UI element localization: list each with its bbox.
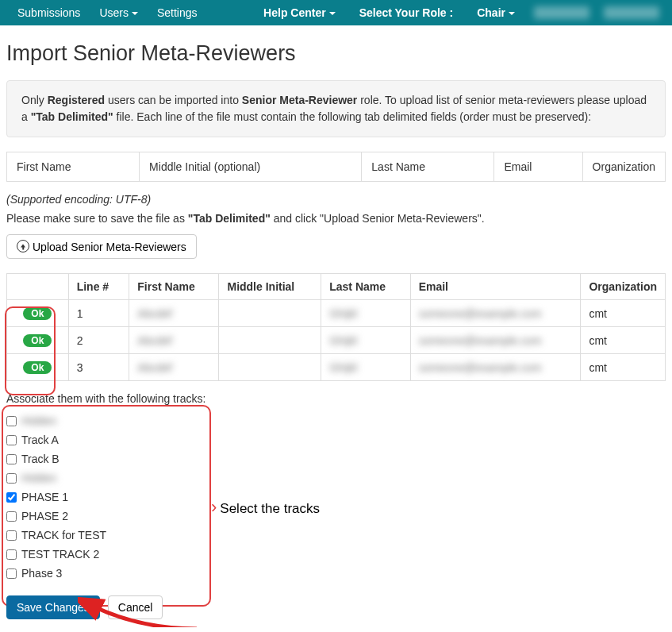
track-label: PHASE 2 [21,510,68,522]
email-cell: someone@example.com [410,354,581,381]
save-button[interactable]: Save Changes [6,595,100,619]
track-checkbox[interactable] [6,568,17,579]
info-panel: Only Registered users can be imported in… [6,80,666,137]
upload-button[interactable]: Upload Senior Meta-Reviewers [6,234,197,259]
track-checkbox[interactable] [6,473,17,484]
mi-cell [219,300,321,327]
nav-submissions[interactable]: Submissions [8,2,90,24]
first-cell: Abcdef [129,300,219,327]
chevron-down-icon [132,12,138,15]
field-email: Email [494,152,582,182]
track-label: Hidden [21,414,56,427]
instr-bold: "Tab Delimited" [188,212,271,225]
nav-users-label: Users [99,6,129,19]
annotation-label: Select the tracks [220,501,320,516]
track-label: Track B [21,453,60,465]
line-cell: 3 [68,354,129,381]
preview-table: Line # First Name Middle Initial Last Na… [6,273,666,381]
col-status [7,274,69,300]
first-cell: Abcdef [129,354,219,381]
mi-cell [219,354,321,381]
nav-settings[interactable]: Settings [148,2,207,24]
track-checkbox[interactable] [6,435,17,445]
info-bold: "Tab Delimited" [31,110,113,123]
upload-button-label: Upload Senior Meta-Reviewers [33,241,186,253]
nav-role-value: Chair [477,6,505,19]
info-text: file. Each line of the file must contain… [113,110,591,123]
field-org: Organization [582,152,665,182]
status-cell: Ok [7,327,69,354]
page-title: Import Senior Meta-Reviewers [6,41,666,66]
org-cell: cmt [581,354,666,381]
track-item[interactable]: TRACK for TEST [6,529,403,541]
field-middle: Middle Initial (optional) [140,152,362,182]
last-cell: Ghijkl [321,327,410,354]
encoding-note: (Supported encoding: UTF-8) [6,193,666,206]
col-first: First Name [129,274,219,300]
chevron-down-icon [509,12,515,15]
track-item[interactable]: Hidden [6,414,403,427]
tracks-section: HiddenTrack ATrack BHiddenPHASE 1PHASE 2… [6,410,403,584]
nav-help-center[interactable]: Help Center [254,2,345,24]
fields-table: First Name Middle Initial (optional) Las… [6,152,666,182]
nav-users[interactable]: Users [90,2,148,24]
line-cell: 2 [68,327,129,354]
nav-user-redacted [534,6,589,19]
info-text: Only [21,94,48,106]
tracks-label: Associate them with the following tracks… [6,392,666,405]
track-checkbox[interactable] [6,454,17,464]
col-email: Email [410,274,581,300]
instr-text: Please make sure to save the file as [6,212,188,225]
field-first: First Name [7,152,140,182]
org-cell: cmt [581,300,666,327]
mi-cell [219,327,321,354]
track-checkbox[interactable] [6,511,17,522]
line-cell: 1 [68,300,129,327]
nav-role-label: Select Your Role : [350,2,463,24]
info-bold: Senior Meta-Reviewer [242,94,358,106]
track-item[interactable]: PHASE 2 [6,510,403,522]
cancel-button[interactable]: Cancel [108,595,163,619]
track-checkbox[interactable] [6,530,17,541]
nav-role-select[interactable]: Chair [467,2,524,24]
track-checkbox[interactable] [6,416,17,426]
track-label: TEST TRACK 2 [21,548,99,561]
caret-right-icon: › [211,497,217,517]
nav-user-redacted [604,6,659,19]
col-org: Organization [581,274,666,300]
track-item[interactable]: PHASE 1 [6,491,403,503]
track-item[interactable]: Phase 3 [6,567,403,580]
track-label: PHASE 1 [21,491,68,503]
col-line: Line # [68,274,129,300]
nav-help-label: Help Center [263,6,326,19]
save-instruction: Please make sure to save the file as "Ta… [6,212,666,225]
field-last: Last Name [362,152,494,182]
track-checkbox[interactable] [6,549,17,560]
instr-text: and click "Upload Senior Meta-Reviewers"… [271,212,485,225]
last-cell: Ghijkl [321,354,410,381]
track-item[interactable]: TEST TRACK 2 [6,548,403,561]
track-checkbox[interactable] [6,492,17,503]
status-cell: Ok [7,354,69,381]
last-cell: Ghijkl [321,300,410,327]
track-item[interactable]: Track A [6,434,403,446]
info-text: users can be imported into [105,94,242,106]
first-cell: Abcdef [129,327,219,354]
status-cell: Ok [7,300,69,327]
table-row: Ok3AbcdefGhijklsomeone@example.comcmt [7,354,666,381]
col-last: Last Name [321,274,410,300]
email-cell: someone@example.com [410,327,581,354]
status-badge: Ok [23,361,52,374]
track-item[interactable]: Hidden [6,472,403,484]
info-bold: Registered [48,94,105,106]
track-label: Phase 3 [21,567,62,580]
table-row: Ok1AbcdefGhijklsomeone@example.comcmt [7,300,666,327]
top-navbar: Submissions Users Settings Help Center S… [0,0,672,25]
chevron-down-icon [329,12,336,15]
org-cell: cmt [581,327,666,354]
track-label: Hidden [21,472,56,484]
col-mi: Middle Initial [219,274,321,300]
status-badge: Ok [23,334,52,347]
annotation-text: ›Select the tracks [211,497,320,518]
track-item[interactable]: Track B [6,453,403,465]
